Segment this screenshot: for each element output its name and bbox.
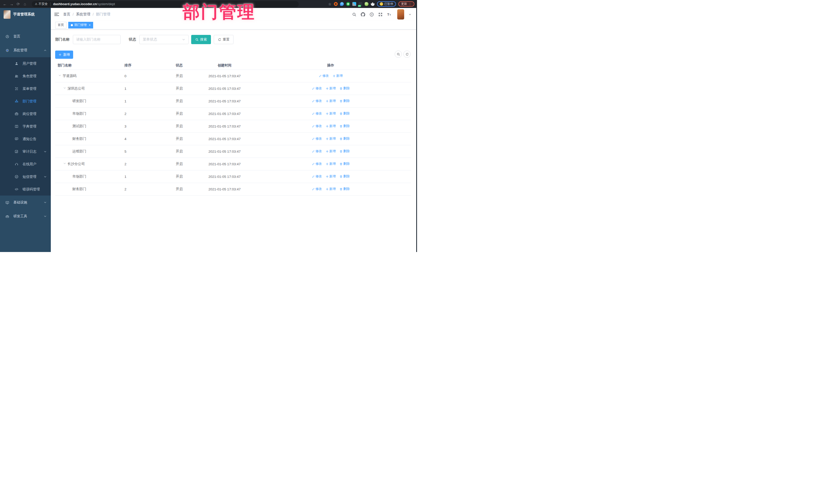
add-link[interactable]: 新增: [326, 86, 336, 91]
extension-icon-green-check[interactable]: [346, 2, 350, 6]
refresh-table-button[interactable]: [403, 50, 411, 58]
sidebar-item-首页[interactable]: 首页: [0, 29, 51, 43]
browser-forward-button[interactable]: →: [8, 2, 15, 6]
extension-icon-blue-drop[interactable]: [340, 2, 344, 6]
font-size-icon[interactable]: [387, 12, 391, 17]
delete-link[interactable]: 删除: [339, 86, 350, 91]
extension-icon-green-figure[interactable]: [365, 2, 369, 6]
refresh-icon: [218, 38, 221, 41]
status-select[interactable]: 菜单状态: [139, 35, 189, 44]
extension-icon-orange[interactable]: [334, 2, 338, 6]
dept-sort: 1: [122, 170, 173, 183]
chevron-up-icon: [44, 49, 47, 52]
delete-link[interactable]: 删除: [339, 162, 350, 166]
tab-部门管理[interactable]: 部门管理×: [68, 22, 93, 28]
edit-link[interactable]: 修改: [312, 149, 322, 153]
sidebar-item-岗位管理[interactable]: 岗位管理: [0, 108, 51, 120]
sidebar-item-用户管理[interactable]: 用户管理: [0, 57, 51, 70]
extension-icon-dark[interactable]: on: [358, 2, 363, 6]
edit-link[interactable]: 修改: [319, 74, 329, 78]
profile-paused-badge[interactable]: 已暂停: [377, 1, 396, 7]
menu-icon: [15, 87, 19, 91]
add-link[interactable]: 新增: [326, 111, 336, 116]
add-link[interactable]: 新增: [326, 162, 336, 166]
dept-status: 开启: [173, 133, 199, 145]
trash-icon: [339, 87, 343, 90]
edit-link[interactable]: 修改: [312, 187, 322, 191]
sidebar-item-label: 部门管理: [23, 99, 37, 104]
address-bar[interactable]: ⚠ 不安全 dashboard.yudao.iocoder.cn/system/…: [32, 1, 299, 7]
add-button[interactable]: 新增: [55, 50, 73, 59]
breadcrumb: 首页/系统管理/部门管理: [63, 12, 110, 17]
sidebar-item-通知公告[interactable]: 通知公告: [0, 133, 51, 145]
dept-create-time: 2021-01-05 17:03:47: [199, 133, 250, 145]
edit-link[interactable]: 修改: [312, 124, 322, 128]
add-link[interactable]: 新增: [333, 74, 343, 78]
add-link[interactable]: 新增: [326, 136, 336, 141]
delete-link[interactable]: 删除: [339, 187, 350, 191]
column-header-排序: 排序: [122, 62, 173, 70]
edit-link[interactable]: 修改: [312, 111, 322, 116]
sidebar-item-错误码管理[interactable]: 错误码管理: [0, 183, 51, 196]
reset-button[interactable]: 重置: [214, 35, 234, 44]
edit-link[interactable]: 修改: [312, 86, 322, 91]
browser-update-button[interactable]: 更新 ⋮: [398, 1, 414, 7]
dept-name-input[interactable]: 请输入部门名称: [73, 35, 120, 44]
sidebar-item-在线用户[interactable]: 在线用户: [0, 158, 51, 170]
breadcrumb-item[interactable]: 首页: [63, 12, 70, 17]
browser-home-button[interactable]: ⌂: [22, 2, 28, 6]
delete-link[interactable]: 删除: [339, 149, 350, 153]
sidebar-item-研发工具[interactable]: 研发工具: [0, 210, 51, 223]
delete-link[interactable]: 删除: [339, 111, 350, 116]
sidebar-item-label: 基础设施: [13, 200, 27, 205]
header-search-icon[interactable]: [352, 12, 356, 17]
sidebar-item-角色管理[interactable]: 角色管理: [0, 70, 51, 82]
user-menu-caret-icon[interactable]: [409, 13, 411, 16]
search-button[interactable]: 搜索: [191, 35, 211, 44]
sidebar-item-短信管理[interactable]: 短信管理: [0, 170, 51, 183]
help-icon[interactable]: [370, 12, 374, 17]
app-logo-row[interactable]: 芋道管理系统: [0, 8, 51, 21]
add-link[interactable]: 新增: [326, 149, 336, 153]
sidebar-item-菜单管理[interactable]: 菜单管理: [0, 82, 51, 95]
add-link[interactable]: 新增: [326, 99, 336, 103]
plus-icon: [326, 150, 329, 153]
sidebar-item-系统管理[interactable]: 系统管理: [0, 43, 51, 57]
delete-link[interactable]: 删除: [339, 136, 350, 141]
sidebar-item-基础设施[interactable]: 基础设施: [0, 196, 51, 210]
gear-icon: [5, 48, 9, 52]
add-link[interactable]: 新增: [326, 124, 336, 128]
breadcrumb-item[interactable]: 系统管理: [76, 12, 90, 17]
browser-reload-button[interactable]: ⟳: [15, 2, 22, 6]
edit-link[interactable]: 修改: [312, 174, 322, 179]
edit-link[interactable]: 修改: [312, 162, 322, 166]
github-icon[interactable]: [361, 12, 365, 17]
dept-name: 运维部门: [72, 149, 86, 153]
tree-expand-icon[interactable]: [58, 74, 61, 77]
add-link[interactable]: 新增: [326, 174, 336, 179]
tree-expand-icon[interactable]: [63, 86, 66, 90]
sidebar-item-字典管理[interactable]: 字典管理: [0, 120, 51, 133]
delete-link[interactable]: 删除: [339, 174, 350, 179]
trash-icon: [339, 112, 343, 115]
browser-menu-dots-icon[interactable]: ⋮: [408, 2, 412, 6]
tree-expand-icon[interactable]: [63, 162, 66, 165]
fullscreen-icon[interactable]: [378, 12, 382, 17]
tab-首页[interactable]: 首页: [55, 22, 66, 28]
hamburger-icon[interactable]: [54, 12, 59, 17]
bookmark-star-icon[interactable]: ☆: [328, 2, 332, 6]
delete-link[interactable]: 删除: [339, 124, 350, 128]
user-avatar[interactable]: [397, 9, 404, 20]
edit-link[interactable]: 修改: [312, 136, 322, 141]
close-icon[interactable]: ×: [89, 23, 91, 27]
edit-link[interactable]: 修改: [312, 99, 322, 103]
add-link[interactable]: 新增: [326, 187, 336, 191]
sidebar-item-label: 用户管理: [23, 61, 37, 66]
sidebar-item-部门管理[interactable]: 部门管理: [0, 95, 51, 108]
extensions-puzzle-icon[interactable]: [371, 2, 375, 6]
extension-icon-squares[interactable]: [352, 2, 356, 6]
toggle-search-button[interactable]: [395, 50, 402, 58]
sidebar-item-审计日志[interactable]: 审计日志: [0, 145, 51, 158]
browser-back-button[interactable]: ←: [2, 2, 8, 6]
delete-link[interactable]: 删除: [339, 99, 350, 103]
